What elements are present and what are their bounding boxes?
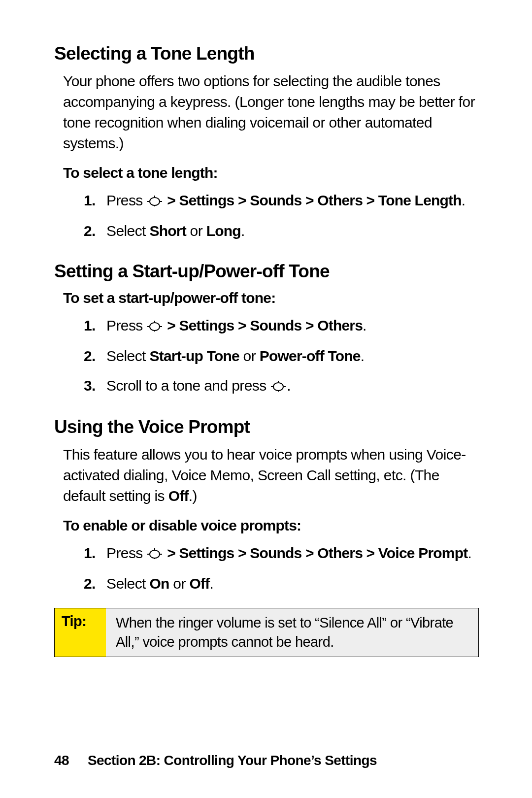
svg-point-16 xyxy=(150,550,160,558)
step-2: Select Start-up Tone or Power-off Tone. xyxy=(84,346,478,366)
step-text: Scroll to a tone and press xyxy=(106,377,266,394)
option-short: Short xyxy=(150,223,186,239)
p-text: This feature allows you to hear voice pr… xyxy=(63,446,466,504)
step-2: Select Short or Long. xyxy=(84,221,478,241)
step-1: Press > Settings > Sounds > Others. xyxy=(84,315,478,337)
p-text-tail: .) xyxy=(189,488,197,504)
step-text: Press xyxy=(106,192,143,208)
svg-point-1 xyxy=(150,198,160,205)
step-text: Press xyxy=(106,545,143,561)
option-startup-tone: Start-up Tone xyxy=(150,348,239,364)
heading-tone-length: Selecting a Tone Length xyxy=(54,43,478,64)
period: . xyxy=(462,192,466,208)
default-off: Off xyxy=(168,488,189,504)
page-footer: 48Section 2B: Controlling Your Phone’s S… xyxy=(54,753,377,768)
heading-startup-poweroff: Setting a Start-up/Power-off Tone xyxy=(54,261,478,282)
steps-tone-length: Press > Settings > Sounds > Others > Ton… xyxy=(84,190,478,241)
page-number: 48 xyxy=(54,753,69,768)
period: . xyxy=(467,545,471,561)
step-text: Press xyxy=(106,317,143,333)
period: . xyxy=(361,348,365,364)
step-3: Scroll to a tone and press . xyxy=(84,375,478,397)
or-text: or xyxy=(186,223,206,239)
period: . xyxy=(241,223,245,239)
option-poweroff-tone: Power-off Tone xyxy=(260,348,361,364)
nav-key-icon xyxy=(271,376,286,397)
nav-key-icon xyxy=(147,191,162,212)
option-long: Long xyxy=(206,223,241,239)
step-text: Select xyxy=(106,223,150,239)
step-text: Select xyxy=(106,575,150,592)
nav-path: > Settings > Sounds > Others > Voice Pro… xyxy=(167,545,467,561)
option-off: Off xyxy=(190,575,210,592)
step-1: Press > Settings > Sounds > Others > Ton… xyxy=(84,190,478,212)
tip-box: Tip: When the ringer volume is set to “S… xyxy=(54,608,479,657)
step-text-tail: . xyxy=(287,377,291,394)
paragraph-voice-prompt: This feature allows you to hear voice pr… xyxy=(63,444,478,506)
step-2: Select On or Off. xyxy=(84,573,478,594)
subhead-enable-voice-prompt: To enable or disable voice prompts: xyxy=(63,517,478,534)
nav-key-icon xyxy=(147,544,162,565)
nav-path: > Settings > Sounds > Others > Tone Leng… xyxy=(167,192,462,208)
manual-page: Selecting a Tone Length Your phone offer… xyxy=(0,0,532,798)
tip-body: When the ringer volume is set to “Silenc… xyxy=(106,608,478,657)
nav-path: > Settings > Sounds > Others xyxy=(167,317,363,333)
heading-voice-prompt: Using the Voice Prompt xyxy=(54,417,478,437)
paragraph-tone-length: Your phone offers two options for select… xyxy=(63,71,478,154)
svg-point-6 xyxy=(150,323,160,331)
or-text: or xyxy=(239,348,260,364)
period: . xyxy=(209,575,213,592)
option-on: On xyxy=(150,575,169,592)
steps-voice-prompt: Press > Settings > Sounds > Others > Voi… xyxy=(84,543,478,594)
subhead-select-tone-length: To select a tone length: xyxy=(63,165,478,181)
step-1: Press > Settings > Sounds > Others > Voi… xyxy=(84,543,478,565)
svg-point-11 xyxy=(273,383,283,391)
tip-label: Tip: xyxy=(55,608,106,657)
nav-key-icon xyxy=(147,316,162,337)
section-title: Section 2B: Controlling Your Phone’s Set… xyxy=(88,753,377,768)
period: . xyxy=(363,317,366,333)
subhead-set-startup-poweroff: To set a start-up/power-off tone: xyxy=(63,290,478,306)
step-text: Select xyxy=(106,348,150,364)
or-text: or xyxy=(169,575,190,592)
steps-startup-poweroff: Press > Settings > Sounds > Others. Sele… xyxy=(84,315,478,397)
